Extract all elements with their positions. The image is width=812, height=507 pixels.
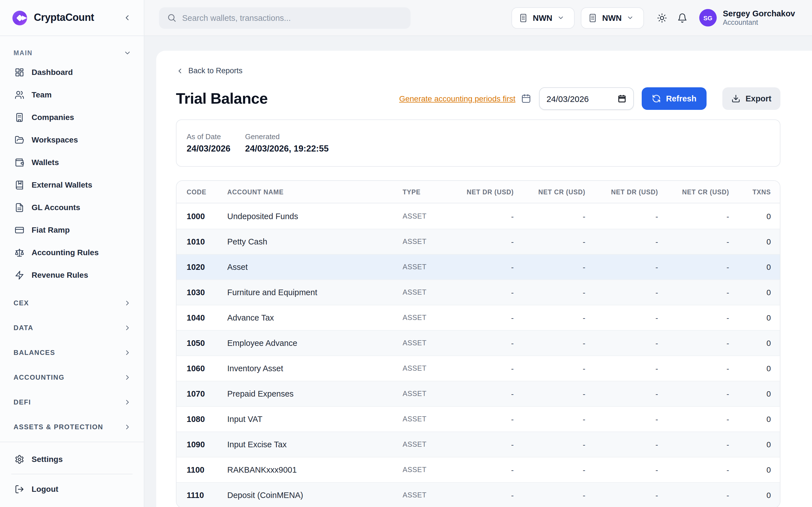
cell-code: 1000	[187, 212, 227, 221]
global-search[interactable]	[159, 7, 410, 29]
user-menu[interactable]: SG Sergey Gorchakov Accountant	[699, 8, 795, 27]
date-picker-icon[interactable]	[617, 94, 626, 103]
download-icon	[731, 94, 741, 103]
folder-open-icon	[15, 135, 24, 145]
table-row[interactable]: 1080 Input VAT ASSET - - - - 0	[176, 406, 780, 432]
user-role: Accountant	[723, 18, 795, 27]
table-row[interactable]: 1010 Petty Cash ASSET - - - - 0	[176, 229, 780, 254]
sidebar-item-revenue-rules[interactable]: Revenue Rules	[0, 264, 144, 286]
sidebar-item-external-wallets[interactable]: External Wallets	[0, 173, 144, 196]
cell-net-cr-2: -	[658, 414, 729, 424]
content-panel: Back to Reports Trial Balance Generate a…	[156, 51, 812, 507]
notifications-bell-icon[interactable]	[672, 8, 693, 28]
cell-code: 1090	[187, 440, 227, 449]
cell-code: 1030	[187, 288, 227, 297]
sidebar-item-workspaces[interactable]: Workspaces	[0, 128, 144, 151]
chevron-right-icon	[123, 349, 132, 356]
sidebar-item-label: Wallets	[32, 158, 59, 167]
sidebar-group-balances[interactable]: BALANCES	[0, 340, 144, 365]
generate-periods-link[interactable]: Generate accounting periods first	[399, 94, 515, 103]
sidebar-collapse-button[interactable]	[123, 13, 132, 22]
sidebar-item-label: Logout	[32, 485, 58, 494]
sidebar-group-defi[interactable]: DEFI	[0, 390, 144, 414]
org-selector-2[interactable]: NWN	[581, 7, 644, 29]
cell-net-cr-1: -	[514, 440, 585, 449]
cell-account-name: Input Excise Tax	[227, 440, 403, 449]
chevron-right-icon	[123, 324, 132, 332]
sidebar-group-assets-protection[interactable]: ASSETS & PROTECTION	[0, 414, 144, 439]
sidebar-item-wallets[interactable]: Wallets	[0, 151, 144, 173]
cell-net-dr-2: -	[585, 364, 658, 373]
cell-code: 1010	[187, 237, 227, 246]
cell-code: 1070	[187, 389, 227, 398]
cell-code: 1050	[187, 339, 227, 348]
table-row[interactable]: 1050 Employee Advance ASSET - - - - 0	[176, 330, 780, 355]
sidebar-item-gl-accounts[interactable]: GL Accounts	[0, 196, 144, 219]
sidebar-item-logout[interactable]: Logout	[0, 474, 144, 504]
cell-type: ASSET	[403, 364, 453, 372]
theme-toggle-sun-icon[interactable]	[652, 8, 672, 28]
table-row[interactable]: 1100 RAKBANKxxx9001 ASSET - - - - 0	[176, 457, 780, 482]
column-header-net-cr-2: NET CR (USD)	[658, 188, 729, 195]
cell-net-dr-2: -	[585, 288, 658, 297]
cell-net-dr-2: -	[585, 389, 658, 398]
cell-net-dr-2: -	[585, 339, 658, 348]
cell-net-cr-1: -	[514, 389, 585, 398]
sidebar-item-dashboard[interactable]: Dashboard	[0, 61, 144, 83]
sidebar-item-team[interactable]: Team	[0, 83, 144, 106]
sidebar-group-cex[interactable]: CEX	[0, 291, 144, 316]
credit-card-icon	[15, 225, 24, 235]
cell-txns: 0	[729, 288, 771, 297]
table-row[interactable]: 1110 Deposit (CoinMENA) ASSET - - - - 0	[176, 482, 780, 507]
cell-account-name: Input VAT	[227, 414, 403, 424]
as-of-date-field[interactable]	[539, 87, 634, 110]
cell-net-cr-2: -	[658, 212, 729, 221]
cell-txns: 0	[729, 313, 771, 322]
date-input[interactable]	[546, 94, 607, 103]
sidebar-item-settings[interactable]: Settings	[0, 445, 144, 474]
back-to-reports-link[interactable]: Back to Reports	[176, 66, 243, 75]
sidebar-group-accounting[interactable]: ACCOUNTING	[0, 365, 144, 390]
sidebar-item-accounting-rules[interactable]: Accounting Rules	[0, 241, 144, 264]
refresh-button[interactable]: Refresh	[642, 87, 707, 110]
cell-net-cr-1: -	[514, 465, 585, 474]
cell-txns: 0	[729, 465, 771, 474]
cell-account-name: Undeposited Funds	[227, 212, 403, 221]
table-row[interactable]: 1000 Undeposited Funds ASSET - - - - 0	[176, 203, 780, 229]
search-input[interactable]	[182, 13, 403, 22]
sidebar-item-label: Revenue Rules	[32, 270, 88, 279]
sidebar-item-label: Settings	[32, 455, 63, 464]
cell-net-dr-1: -	[453, 491, 514, 500]
cell-code: 1110	[187, 491, 227, 500]
cell-txns: 0	[729, 212, 771, 221]
org-selector-1[interactable]: NWN	[511, 7, 574, 29]
cell-net-dr-2: -	[585, 212, 658, 221]
sidebar-item-companies[interactable]: Companies	[0, 106, 144, 128]
cell-net-cr-1: -	[514, 414, 585, 424]
sidebar-groups: CEX DATA BALANCES ACCOUNTING DEFI	[0, 291, 144, 439]
cell-net-cr-2: -	[658, 263, 729, 272]
table-row[interactable]: 1030 Furniture and Equipment ASSET - - -…	[176, 279, 780, 305]
main-area: Back to Reports Trial Balance Generate a…	[144, 36, 812, 507]
table-row[interactable]: 1070 Prepaid Expenses ASSET - - - - 0	[176, 381, 780, 406]
sidebar-section-label: MAIN	[13, 50, 33, 56]
cell-net-cr-1: -	[514, 339, 585, 348]
table-body: 1000 Undeposited Funds ASSET - - - - 0 1…	[176, 203, 780, 507]
calendar-icon[interactable]	[521, 94, 531, 104]
table-row[interactable]: 1090 Input Excise Tax ASSET - - - - 0	[176, 432, 780, 457]
cell-net-dr-1: -	[453, 288, 514, 297]
cell-net-cr-2: -	[658, 339, 729, 348]
sidebar-item-fiat-ramp[interactable]: Fiat Ramp	[0, 219, 144, 241]
generated-label: Generated	[245, 132, 328, 141]
column-header-code: CODE	[187, 188, 227, 195]
scale-icon	[15, 247, 24, 257]
sidebar: CryptaCount MAIN Dashboard Team	[0, 0, 144, 507]
report-controls: Generate accounting periods first Refres…	[399, 87, 780, 110]
export-button[interactable]: Export	[722, 87, 780, 110]
sidebar-group-data[interactable]: DATA	[0, 316, 144, 340]
table-row[interactable]: 1020 Asset ASSET - - - - 0	[176, 254, 780, 279]
table-row[interactable]: 1040 Advance Tax ASSET - - - - 0	[176, 305, 780, 330]
sidebar-section-main[interactable]: MAIN	[0, 45, 144, 61]
cell-net-dr-2: -	[585, 440, 658, 449]
table-row[interactable]: 1060 Inventory Asset ASSET - - - - 0	[176, 355, 780, 381]
